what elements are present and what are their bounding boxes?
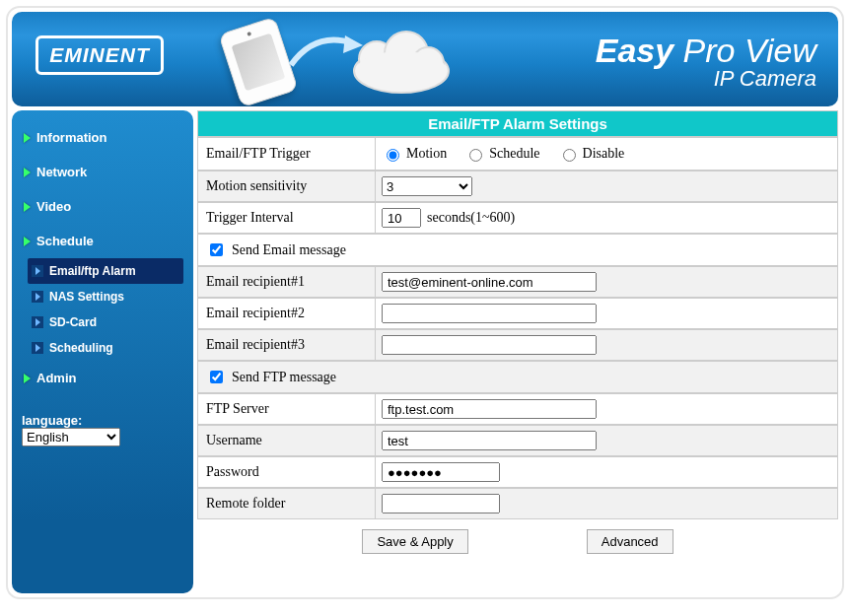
row-ftp-server: FTP Server — [197, 393, 838, 425]
recipient2-input[interactable] — [382, 304, 597, 323]
row-remote-folder: Remote folder — [197, 488, 838, 519]
row-recipient3: Email recipient#3 — [197, 329, 838, 361]
sidebar-item-admin[interactable]: Admin — [22, 361, 183, 395]
ftp-server-input[interactable] — [382, 399, 597, 419]
recipient1-label: Email recipient#1 — [198, 267, 376, 297]
triangle-icon — [32, 291, 43, 303]
trigger-radio-motion[interactable] — [387, 149, 399, 162]
sidebar-subitem-email-ftp-alarm[interactable]: Email/ftp Alarm — [28, 258, 183, 284]
triangle-icon — [24, 202, 31, 212]
app-frame: EMINENT Easy Pro View IP Camera Informat… — [6, 6, 844, 599]
radio-label: Disable — [583, 146, 625, 162]
remote-folder-label: Remote folder — [198, 489, 376, 518]
remote-folder-input[interactable] — [382, 494, 500, 513]
radio-label: Motion — [406, 146, 447, 162]
triangle-icon — [32, 342, 43, 354]
svg-point-5 — [356, 51, 447, 91]
trigger-radio-disable[interactable] — [563, 149, 576, 162]
sidebar-item-schedule[interactable]: Schedule — [22, 224, 183, 258]
button-bar: Save & Apply Advanced — [197, 519, 838, 564]
row-sensitivity: Motion sensitivity 3 — [197, 171, 838, 202]
sidebar-item-label: Network — [36, 165, 87, 179]
recipient3-label: Email recipient#3 — [198, 330, 376, 360]
row-password: Password — [197, 456, 838, 488]
recipient2-label: Email recipient#2 — [198, 299, 376, 328]
sidebar-item-label: Schedule — [36, 234, 94, 248]
send-email-label: Send Email message — [232, 242, 346, 258]
product-name-bold: Easy — [596, 32, 673, 69]
trigger-label: Email/FTP Trigger — [198, 138, 376, 170]
sidebar-subitem-scheduling[interactable]: Scheduling — [28, 335, 183, 361]
row-interval: Trigger Interval seconds(1~600) — [197, 202, 838, 234]
sidebar-item-label: Email/ftp Alarm — [49, 264, 136, 278]
recipient3-input[interactable] — [382, 335, 597, 355]
username-input[interactable] — [382, 431, 597, 450]
username-label: Username — [198, 426, 376, 455]
recipient1-input[interactable] — [382, 272, 597, 292]
interval-suffix: seconds(1~600) — [427, 210, 515, 226]
row-send-email: Send Email message — [197, 234, 838, 266]
sensitivity-select[interactable]: 3 — [382, 176, 472, 196]
row-trigger: Email/FTP Trigger Motion Schedule Disabl… — [197, 137, 838, 171]
radio-label: Schedule — [489, 146, 539, 162]
sidebar-item-label: NAS Settings — [49, 290, 124, 304]
trigger-option-schedule[interactable]: Schedule — [464, 146, 539, 162]
sidebar-item-label: Information — [36, 130, 107, 145]
main-panel: Email/FTP Alarm Settings Email/FTP Trigg… — [197, 110, 838, 593]
interval-label: Trigger Interval — [198, 203, 376, 233]
sidebar-item-label: SD-Card — [49, 315, 97, 329]
panel-title: Email/FTP Alarm Settings — [197, 110, 838, 137]
send-email-checkbox[interactable] — [210, 243, 223, 256]
triangle-icon — [24, 168, 31, 177]
sidebar-item-video[interactable]: Video — [22, 189, 183, 224]
triangle-icon — [24, 374, 31, 383]
save-apply-button[interactable]: Save & Apply — [362, 529, 467, 554]
language-select[interactable]: English — [22, 428, 120, 446]
advanced-button[interactable]: Advanced — [587, 529, 673, 554]
brand-logo: EMINENT — [35, 35, 164, 75]
product-name-light: Pro View — [673, 32, 816, 69]
row-username: Username — [197, 425, 838, 456]
triangle-icon — [24, 237, 31, 246]
sidebar-item-information[interactable]: Information — [22, 120, 183, 155]
send-ftp-checkbox[interactable] — [210, 371, 223, 383]
send-ftp-label: Send FTP message — [232, 370, 336, 385]
row-recipient2: Email recipient#2 — [197, 298, 838, 329]
triangle-icon — [24, 133, 31, 143]
sidebar-item-label: Video — [36, 199, 71, 214]
language-row: language: English — [22, 413, 183, 446]
password-input[interactable] — [382, 462, 500, 482]
triangle-icon — [32, 265, 43, 277]
sidebar-item-label: Scheduling — [49, 341, 113, 355]
ftp-server-label: FTP Server — [198, 394, 376, 424]
sidebar-subitem-sd-card[interactable]: SD-Card — [28, 309, 183, 335]
language-label: language: — [22, 413, 82, 428]
cloud-icon — [347, 30, 456, 99]
row-send-ftp: Send FTP message — [197, 361, 838, 393]
trigger-option-disable[interactable]: Disable — [558, 146, 625, 162]
header-banner: EMINENT Easy Pro View IP Camera — [12, 12, 838, 106]
sidebar-subitem-nas-settings[interactable]: NAS Settings — [28, 284, 183, 309]
password-label: Password — [198, 457, 376, 487]
trigger-option-motion[interactable]: Motion — [382, 146, 447, 162]
triangle-icon — [32, 316, 43, 328]
product-name: Easy Pro View IP Camera — [596, 32, 816, 92]
sidebar-item-label: Admin — [36, 371, 76, 385]
sidebar: Information Network Video Schedule — [12, 110, 193, 593]
row-recipient1: Email recipient#1 — [197, 266, 838, 298]
sensitivity-label: Motion sensitivity — [198, 171, 376, 201]
trigger-radio-schedule[interactable] — [469, 149, 482, 162]
sidebar-item-network[interactable]: Network — [22, 155, 183, 189]
interval-input[interactable] — [382, 208, 421, 228]
